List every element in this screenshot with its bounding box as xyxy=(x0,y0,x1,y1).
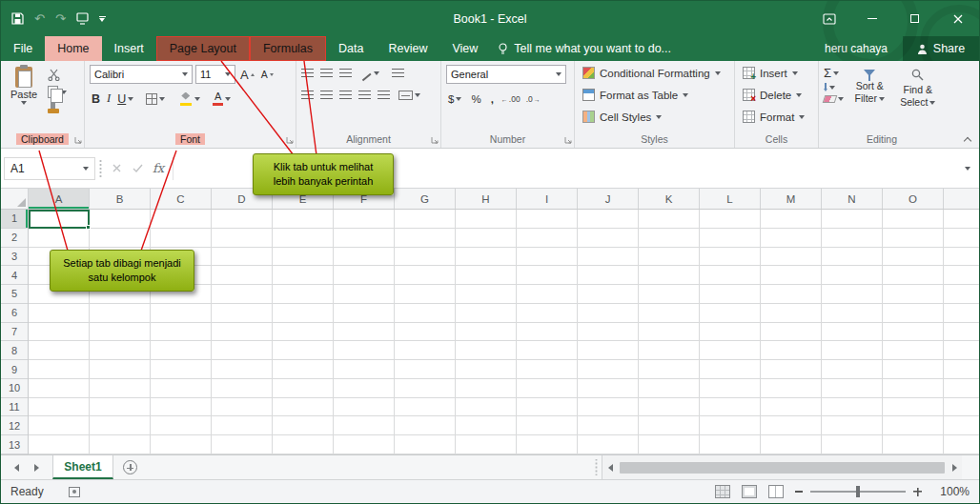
tab-home[interactable]: Home xyxy=(45,36,101,61)
sheetbar-divider[interactable] xyxy=(593,459,599,475)
row-header-12[interactable]: 12 xyxy=(1,416,28,435)
fill-color-button[interactable] xyxy=(177,91,202,107)
font-color-button[interactable]: A xyxy=(211,91,233,107)
col-header-l[interactable]: L xyxy=(700,189,761,209)
previous-sheet-icon[interactable] xyxy=(14,464,19,472)
decrease-decimal-button[interactable]: .0 xyxy=(526,94,541,104)
tab-review[interactable]: Review xyxy=(376,36,439,61)
horizontal-scrollbar[interactable] xyxy=(602,455,962,479)
zoom-level-label[interactable]: 100% xyxy=(933,485,970,498)
autosum-button[interactable]: Σ xyxy=(824,67,844,79)
fill-handle[interactable] xyxy=(86,225,91,230)
collapse-ribbon-icon[interactable] xyxy=(965,136,972,144)
number-dialog-launcher-icon[interactable] xyxy=(564,137,572,145)
tab-file[interactable]: File xyxy=(1,36,45,61)
row-header-13[interactable]: 13 xyxy=(1,435,28,454)
enter-icon[interactable] xyxy=(127,164,148,172)
scroll-left-icon[interactable] xyxy=(602,464,618,472)
fill-button[interactable] xyxy=(824,83,844,91)
cell-styles-button[interactable]: Cell Styles xyxy=(580,106,729,128)
new-sheet-button[interactable] xyxy=(113,455,147,479)
row-header-10[interactable]: 10 xyxy=(1,379,28,398)
save-icon[interactable] xyxy=(11,12,24,25)
align-bottom-icon[interactable] xyxy=(339,69,352,78)
tab-data[interactable]: Data xyxy=(326,36,376,61)
touch-mouse-mode-icon[interactable] xyxy=(76,12,89,25)
tab-insert[interactable]: Insert xyxy=(102,36,156,61)
zoom-out-icon[interactable] xyxy=(795,491,803,493)
col-header-b[interactable]: B xyxy=(90,189,151,209)
close-button[interactable] xyxy=(936,1,979,36)
worksheet-cells[interactable] xyxy=(29,210,980,454)
bold-button[interactable]: B xyxy=(90,91,102,107)
number-format-select[interactable]: General xyxy=(446,65,566,84)
row-header-4[interactable]: 4 xyxy=(1,266,28,285)
merge-center-button[interactable] xyxy=(397,90,422,101)
align-center-icon[interactable] xyxy=(320,91,333,100)
page-layout-view-icon[interactable] xyxy=(742,485,757,498)
col-header-partial[interactable] xyxy=(944,189,980,209)
paste-button[interactable]: Paste xyxy=(6,65,42,131)
undo-icon[interactable]: ↶ xyxy=(34,12,45,25)
insert-function-icon[interactable]: fx xyxy=(148,161,169,175)
col-header-c[interactable]: C xyxy=(151,189,212,209)
format-cells-button[interactable]: Format xyxy=(740,106,813,128)
horizontal-scroll-thumb[interactable] xyxy=(620,462,945,474)
find-select-button[interactable]: Find & Select xyxy=(896,65,941,131)
increase-font-size-button[interactable]: A xyxy=(238,67,256,83)
clipboard-dialog-launcher-icon[interactable] xyxy=(74,137,82,145)
insert-cells-button[interactable]: Insert xyxy=(740,62,813,84)
col-header-a[interactable]: A xyxy=(29,189,90,209)
tell-me-box[interactable]: Tell me what you want to do... xyxy=(498,36,671,61)
cut-button[interactable] xyxy=(48,69,67,81)
align-top-icon[interactable] xyxy=(301,69,314,78)
row-header-7[interactable]: 7 xyxy=(1,323,28,342)
increase-indent-icon[interactable] xyxy=(378,91,390,100)
align-right-icon[interactable] xyxy=(339,91,352,100)
customize-quick-access-icon[interactable] xyxy=(99,16,106,22)
decrease-font-size-button[interactable]: A xyxy=(259,68,276,81)
clear-button[interactable] xyxy=(824,95,844,103)
format-painter-button[interactable] xyxy=(48,103,67,113)
scroll-right-icon[interactable] xyxy=(947,464,962,472)
zoom-in-icon[interactable] xyxy=(913,488,922,496)
row-header-1[interactable]: 1 xyxy=(1,210,28,229)
maximize-button[interactable] xyxy=(893,1,936,36)
tab-view[interactable]: View xyxy=(439,36,490,61)
col-header-n[interactable]: N xyxy=(822,189,883,209)
align-left-icon[interactable] xyxy=(301,91,314,100)
font-dialog-launcher-icon[interactable] xyxy=(286,137,294,145)
row-header-5[interactable]: 5 xyxy=(1,285,28,304)
zoom-slider[interactable] xyxy=(810,491,906,493)
col-header-g[interactable]: G xyxy=(395,189,456,209)
tab-formulas[interactable]: Formulas xyxy=(250,36,326,61)
row-header-2[interactable]: 2 xyxy=(1,229,28,248)
record-macro-icon[interactable] xyxy=(69,487,80,497)
borders-button[interactable] xyxy=(144,92,167,106)
row-header-3[interactable]: 3 xyxy=(1,248,28,267)
align-middle-icon[interactable] xyxy=(320,69,333,78)
name-box[interactable]: A1 xyxy=(4,157,95,180)
cancel-icon[interactable] xyxy=(106,164,127,172)
page-break-view-icon[interactable] xyxy=(768,485,784,498)
copy-button[interactable] xyxy=(48,86,67,98)
orientation-button[interactable] xyxy=(358,67,381,80)
col-header-j[interactable]: J xyxy=(578,189,639,209)
tab-page-layout[interactable]: Page Layout xyxy=(156,36,250,61)
col-header-k[interactable]: K xyxy=(639,189,700,209)
col-header-i[interactable]: I xyxy=(517,189,578,209)
col-header-m[interactable]: M xyxy=(761,189,822,209)
row-header-6[interactable]: 6 xyxy=(1,304,28,323)
zoom-slider-thumb[interactable] xyxy=(856,486,860,497)
delete-cells-button[interactable]: Delete xyxy=(740,84,813,106)
redo-icon[interactable]: ↷ xyxy=(55,12,66,25)
comma-style-button[interactable]: , xyxy=(489,92,496,106)
col-header-h[interactable]: H xyxy=(456,189,517,209)
select-all-corner[interactable] xyxy=(1,189,29,209)
next-sheet-icon[interactable] xyxy=(34,464,39,472)
normal-view-icon[interactable] xyxy=(715,485,730,498)
percent-style-button[interactable]: % xyxy=(469,92,482,106)
row-header-9[interactable]: 9 xyxy=(1,360,28,379)
ribbon-display-options-button[interactable] xyxy=(807,1,850,36)
decrease-indent-icon[interactable] xyxy=(358,91,371,100)
